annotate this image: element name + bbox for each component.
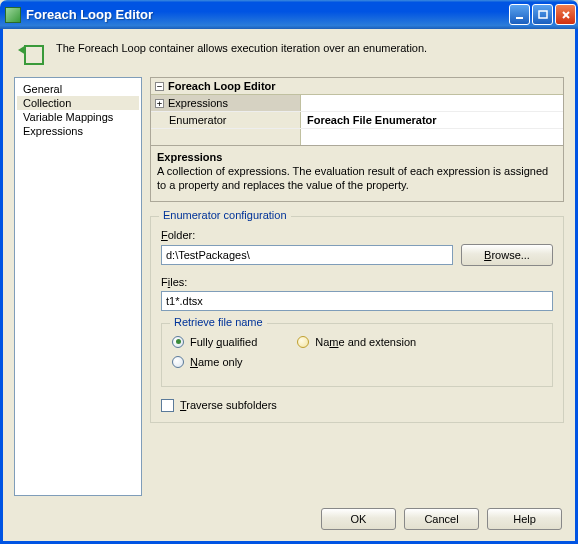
traverse-checkbox[interactable]: Traverse subfolders — [161, 399, 553, 412]
help-button[interactable]: Help — [487, 508, 562, 530]
prop-row-expressions[interactable]: + Expressions — [151, 95, 563, 112]
window-buttons — [509, 4, 576, 25]
radio-icon — [172, 336, 184, 348]
minimize-button[interactable] — [509, 4, 530, 25]
radio-name-extension[interactable]: Name and extension — [297, 336, 416, 348]
propgrid-title: Foreach Loop Editor — [168, 80, 276, 92]
radio-icon — [172, 356, 184, 368]
radio-label: Name only — [190, 356, 243, 368]
description-text: A collection of expressions. The evaluat… — [157, 165, 557, 193]
cancel-button[interactable]: Cancel — [404, 508, 479, 530]
svg-rect-1 — [539, 11, 547, 18]
window-title: Foreach Loop Editor — [26, 7, 509, 22]
description-title: Expressions — [157, 151, 557, 163]
retrieve-legend: Retrieve file name — [170, 316, 267, 328]
prop-row-empty — [151, 129, 563, 145]
property-grid: − Foreach Loop Editor + Expressions Enum… — [150, 77, 564, 146]
checkbox-icon — [161, 399, 174, 412]
maximize-button[interactable] — [532, 4, 553, 25]
propgrid-header[interactable]: − Foreach Loop Editor — [151, 78, 563, 95]
prop-row-enumerator[interactable]: Enumerator Foreach File Enumerator — [151, 112, 563, 129]
radio-icon — [297, 336, 309, 348]
dialog-footer: OK Cancel Help — [14, 496, 564, 530]
app-icon — [5, 7, 21, 23]
header: The Foreach Loop container allows execut… — [14, 39, 564, 67]
radio-label: Fully qualified — [190, 336, 257, 348]
traverse-label: Traverse subfolders — [180, 399, 277, 411]
close-button[interactable] — [555, 4, 576, 25]
prop-value[interactable]: Foreach File Enumerator — [301, 112, 563, 128]
sidebar-item-general[interactable]: General — [17, 82, 139, 96]
description-box: Expressions A collection of expressions.… — [150, 146, 564, 202]
sidebar-item-collection[interactable]: Collection — [17, 96, 139, 110]
radio-name-only[interactable]: Name only — [172, 356, 243, 368]
ok-button[interactable]: OK — [321, 508, 396, 530]
files-input[interactable] — [161, 291, 553, 311]
radio-fully-qualified[interactable]: Fully qualified — [172, 336, 257, 348]
expand-icon[interactable]: + — [155, 99, 164, 108]
nav-sidebar: General Collection Variable Mappings Exp… — [14, 77, 142, 496]
config-legend: Enumerator configuration — [159, 209, 291, 221]
sidebar-item-expressions[interactable]: Expressions — [17, 124, 139, 138]
header-description: The Foreach Loop container allows execut… — [56, 39, 427, 54]
retrieve-group: Retrieve file name Fully qualified Name … — [161, 323, 553, 387]
files-label: Files: — [161, 276, 553, 288]
collapse-icon[interactable]: − — [155, 82, 164, 91]
svg-rect-0 — [516, 17, 523, 19]
radio-label: Name and extension — [315, 336, 416, 348]
folder-input[interactable] — [161, 245, 453, 265]
foreach-icon — [18, 39, 46, 67]
sidebar-item-variable-mappings[interactable]: Variable Mappings — [17, 110, 139, 124]
prop-name: + Expressions — [151, 95, 301, 111]
enumerator-config-group: Enumerator configuration Folder: Browse.… — [150, 216, 564, 423]
prop-name: Enumerator — [151, 112, 301, 128]
folder-label: Folder: — [161, 229, 553, 241]
prop-value[interactable] — [301, 95, 563, 111]
titlebar: Foreach Loop Editor — [0, 0, 578, 29]
browse-button[interactable]: Browse... — [461, 244, 553, 266]
